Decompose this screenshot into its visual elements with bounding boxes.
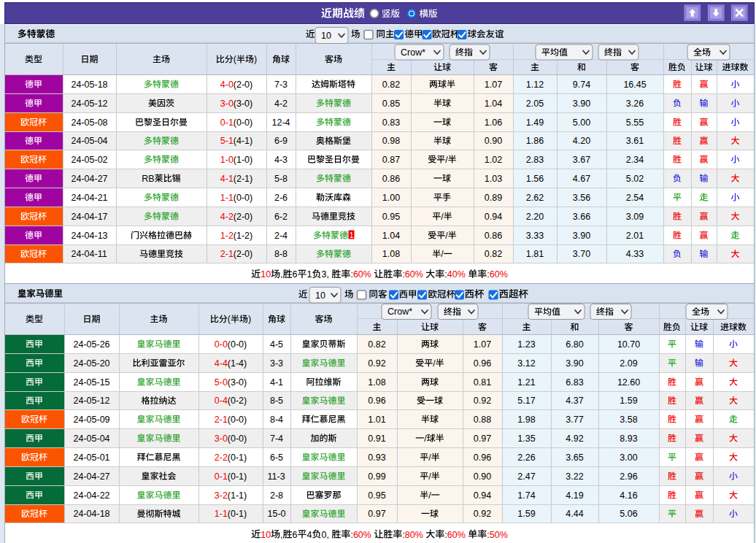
svg-text:0.96: 0.96 (474, 452, 491, 463)
svg-text:1-1: 1-1 (220, 193, 234, 203)
svg-text:2.54: 2.54 (626, 193, 644, 203)
svg-text:5-0: 5-0 (215, 377, 228, 388)
svg-text:4.67: 4.67 (573, 174, 590, 184)
svg-text:24-04-27: 24-04-27 (72, 174, 108, 184)
svg-text:2.47: 2.47 (517, 471, 535, 482)
svg-text:0.97: 0.97 (474, 434, 491, 444)
svg-text:24-05-20: 24-05-20 (74, 358, 110, 369)
svg-text:): ) (248, 314, 251, 324)
svg-text:6-5: 6-5 (270, 452, 283, 463)
svg-text:1.08: 1.08 (382, 249, 400, 259)
svg-text:0.90: 0.90 (474, 471, 491, 482)
svg-text:0.92: 0.92 (474, 509, 491, 519)
svg-text:0.99: 0.99 (368, 471, 385, 482)
svg-text:(2-0): (2-0) (234, 212, 252, 222)
svg-text:3.09: 3.09 (626, 212, 644, 222)
svg-text:2.62: 2.62 (526, 193, 544, 203)
svg-text:4.37: 4.37 (566, 396, 583, 406)
svg-text:1.04: 1.04 (382, 231, 400, 241)
svg-text:(0-0): (0-0) (228, 415, 247, 425)
svg-text:0-1: 0-1 (215, 471, 228, 482)
svg-text:RB: RB (142, 174, 154, 184)
svg-text:,: , (280, 530, 282, 540)
svg-text:0.88: 0.88 (474, 415, 491, 425)
svg-text:(0-2): (0-2) (228, 396, 247, 406)
svg-text:0.81: 0.81 (474, 377, 491, 388)
svg-text:5-8: 5-8 (274, 174, 288, 184)
svg-text:24-04-11: 24-04-11 (72, 249, 107, 259)
svg-text:2.01: 2.01 (626, 231, 644, 241)
svg-text:3.33: 3.33 (526, 231, 544, 241)
svg-text:1.07: 1.07 (485, 80, 502, 90)
svg-text:24-05-18: 24-05-18 (72, 80, 108, 90)
svg-text:0.94: 0.94 (485, 212, 502, 222)
svg-text:1.74: 1.74 (517, 490, 535, 501)
svg-text:0.85: 0.85 (382, 99, 400, 109)
svg-text:1.81: 1.81 (526, 249, 544, 259)
svg-text:Crow*: Crow* (387, 307, 412, 317)
svg-text:5.17: 5.17 (517, 396, 535, 406)
svg-text:3.67: 3.67 (573, 155, 590, 165)
svg-text:5.02: 5.02 (626, 174, 644, 184)
svg-text:3-0: 3-0 (220, 99, 234, 109)
svg-text:1.03: 1.03 (485, 174, 502, 184)
svg-text:0.91: 0.91 (368, 434, 385, 444)
svg-text:3.61: 3.61 (626, 136, 644, 146)
svg-text:0.95: 0.95 (368, 490, 385, 501)
svg-text:1.21: 1.21 (517, 377, 535, 388)
svg-text:(0-1): (0-1) (228, 471, 247, 482)
svg-text:7-4: 7-4 (270, 434, 283, 444)
svg-text:10: 10 (261, 269, 271, 280)
svg-text:0.86: 0.86 (485, 231, 502, 241)
svg-text:2.09: 2.09 (620, 358, 637, 369)
svg-text:6: 6 (293, 530, 298, 540)
svg-text:24-04-22: 24-04-22 (74, 490, 110, 501)
svg-text:0.93: 0.93 (368, 452, 385, 463)
svg-text:5.06: 5.06 (620, 509, 637, 519)
svg-text:3.70: 3.70 (573, 249, 590, 259)
svg-text:4.33: 4.33 (626, 249, 644, 259)
svg-text:24-05-04: 24-05-04 (74, 434, 110, 444)
svg-text:8.93: 8.93 (620, 434, 637, 444)
svg-text:(0-0): (0-0) (228, 434, 247, 444)
svg-text:0.97: 0.97 (368, 509, 385, 519)
svg-text:4-2: 4-2 (220, 212, 234, 222)
svg-text:3.22: 3.22 (566, 471, 583, 482)
svg-text:6-2: 6-2 (274, 212, 288, 222)
svg-text:1: 1 (350, 231, 354, 239)
svg-text:4-2: 4-2 (274, 99, 288, 109)
svg-text:0.83: 0.83 (382, 118, 400, 128)
svg-text:3.90: 3.90 (566, 358, 583, 369)
svg-text:1.56: 1.56 (526, 174, 544, 184)
svg-text:0.92: 0.92 (474, 396, 491, 406)
svg-text:6.80: 6.80 (566, 339, 583, 350)
svg-text:10: 10 (315, 290, 325, 301)
svg-text:(0-0): (0-0) (234, 193, 252, 203)
svg-text:1.01: 1.01 (368, 415, 385, 425)
svg-text:11-3: 11-3 (268, 471, 285, 482)
svg-text:(1-4): (1-4) (228, 358, 247, 369)
svg-text:24-04-21: 24-04-21 (72, 193, 108, 203)
svg-text:0.82: 0.82 (368, 339, 385, 350)
svg-text:2-4: 2-4 (274, 231, 288, 241)
svg-text:3.66: 3.66 (573, 212, 590, 222)
svg-text:40%: 40% (447, 269, 466, 280)
svg-text:1.00: 1.00 (382, 193, 400, 203)
svg-text:15-0: 15-0 (268, 509, 286, 519)
svg-text:7-3: 7-3 (274, 80, 288, 90)
svg-text:8-5: 8-5 (270, 396, 283, 406)
svg-text:3.00: 3.00 (620, 452, 637, 463)
svg-text:3-2: 3-2 (215, 490, 228, 501)
svg-text:24-04-13: 24-04-13 (72, 231, 108, 241)
svg-text:3.58: 3.58 (620, 415, 637, 425)
svg-text:0.90: 0.90 (485, 136, 502, 146)
svg-text:24-05-26: 24-05-26 (74, 339, 110, 350)
svg-text:0.98: 0.98 (382, 136, 400, 146)
svg-text:(2-1): (2-1) (234, 174, 252, 184)
svg-text:1.59: 1.59 (517, 509, 535, 519)
svg-text:4-5: 4-5 (270, 339, 283, 350)
svg-text:24-05-12: 24-05-12 (72, 99, 108, 109)
svg-text:(3-0): (3-0) (234, 99, 252, 109)
svg-text:0-0: 0-0 (215, 339, 228, 350)
svg-text:12-4: 12-4 (272, 118, 290, 128)
